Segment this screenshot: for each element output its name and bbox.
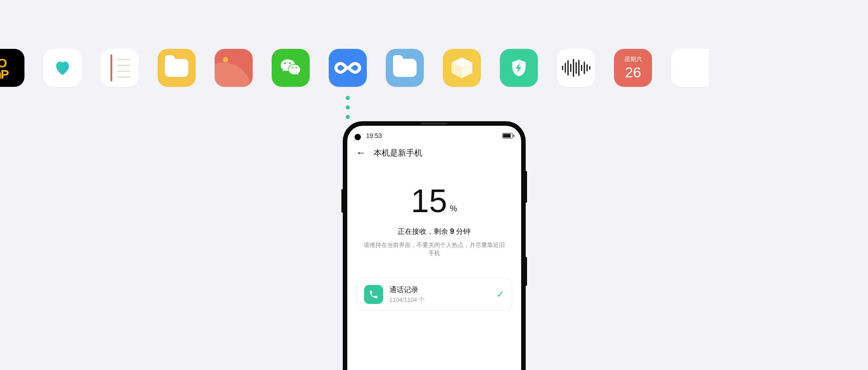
phone-screen: 19:53 ← 本机是新手机 15 % 正在接收，剩余 9 分钟 请维持在当前界… (347, 126, 521, 370)
calendar-app-icon[interactable]: 星期六 26 (614, 49, 652, 87)
calendar-day: 26 (625, 64, 641, 81)
back-button[interactable]: ← (356, 148, 366, 158)
soloop-logo: O)P (0, 57, 8, 80)
soloop-app-icon[interactable]: O)P (0, 49, 24, 87)
page-title: 本机是新手机 (374, 147, 422, 158)
item-name: 通话记录 (389, 285, 490, 295)
transfer-item-card[interactable]: 通话记录 1104/1104 个 ✓ (356, 278, 512, 311)
note-spine (110, 54, 112, 81)
nav-bar: ← 本机是新手机 (347, 146, 521, 158)
phone-clone-app-icon[interactable] (329, 49, 367, 87)
phone-mockup: 19:53 ← 本机是新手机 15 % 正在接收，剩余 9 分钟 请维持在当前界… (343, 121, 526, 370)
recorder-app-icon[interactable] (557, 49, 595, 87)
status-prefix: 正在接收，剩余 (398, 228, 450, 235)
phone-side-button (526, 171, 527, 203)
transfer-progress: 15 % 正在接收，剩余 9 分钟 请维持在当前界面，不要关闭个人热点，并尽量靠… (347, 158, 521, 257)
wechat-icon (278, 55, 303, 81)
notes-app-icon[interactable] (101, 49, 139, 87)
phone-speaker (421, 123, 448, 124)
health-app-icon[interactable] (43, 49, 82, 87)
my-files-icon[interactable] (386, 49, 424, 87)
security-app-icon[interactable] (500, 49, 538, 87)
status-time: 19:53 (366, 132, 382, 139)
partial-app-icon[interactable] (671, 49, 709, 87)
wechat-app-icon[interactable] (272, 49, 310, 87)
phone-icon (369, 289, 379, 299)
hint-text: 请维持在当前界面，不要关闭个人热点，并尽量靠近旧手机 (347, 241, 521, 257)
waveform-icon (562, 59, 590, 77)
app-icon-strip: O)P (0, 49, 868, 87)
call-log-icon (364, 285, 383, 304)
folder-icon (165, 59, 188, 77)
battery-icon (502, 133, 513, 138)
shield-bolt-icon (509, 58, 529, 78)
phone-side-button (526, 257, 527, 286)
note-lines (117, 59, 130, 78)
infinity-icon (334, 60, 362, 76)
progress-percent: 15 % (411, 185, 457, 217)
phone-side-button (341, 189, 343, 213)
folder-icon (393, 59, 417, 77)
check-icon: ✓ (496, 289, 504, 300)
heart-icon (53, 58, 72, 77)
theme-store-icon[interactable] (215, 49, 253, 87)
app-market-icon[interactable] (443, 49, 481, 87)
cube-icon (451, 57, 472, 78)
transfer-indicator-dots (346, 87, 350, 119)
percent-unit: % (447, 204, 457, 217)
percent-value: 15 (411, 185, 447, 217)
camera-punch-hole (355, 134, 361, 140)
status-bar: 19:53 (347, 126, 521, 146)
calendar-dow: 星期六 (624, 55, 642, 63)
item-count: 1104/1104 个 (389, 296, 490, 304)
file-manager-icon[interactable] (158, 49, 196, 87)
status-line: 正在接收，剩余 9 分钟 (347, 227, 521, 237)
status-suffix: 分钟 (454, 228, 470, 235)
